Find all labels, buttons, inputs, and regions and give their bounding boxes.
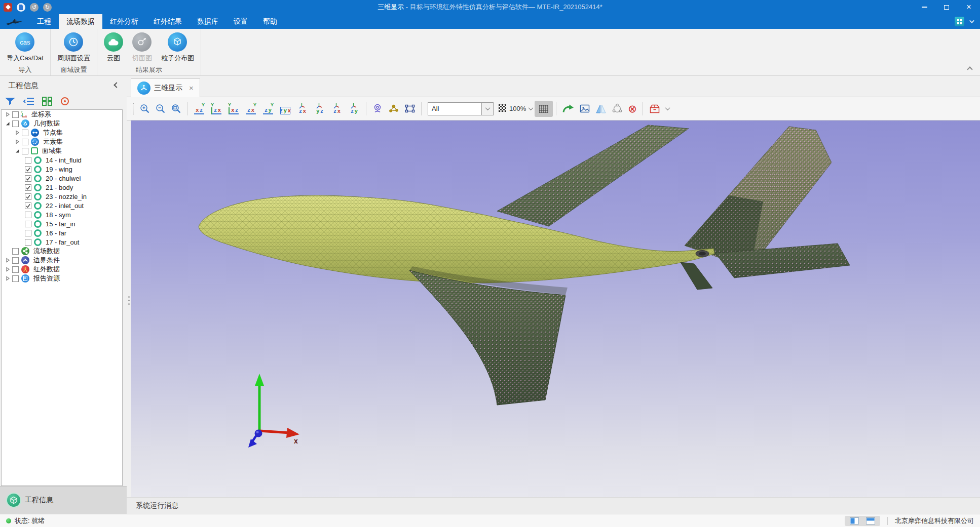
- view-top-button[interactable]: Yzy: [260, 101, 276, 116]
- tree-checkbox[interactable]: [25, 221, 31, 227]
- tree-checkbox[interactable]: [25, 175, 31, 182]
- tree-item[interactable]: 几何数据: [2, 119, 122, 128]
- tree-item[interactable]: 报告资源: [2, 274, 122, 283]
- minimize-button[interactable]: [913, 0, 935, 14]
- close-button[interactable]: ×: [958, 0, 980, 14]
- tree-item[interactable]: 23 - nozzle_in: [2, 192, 122, 201]
- redo-button[interactable]: ↻: [43, 3, 52, 12]
- combo-dropdown-button[interactable]: [481, 103, 493, 115]
- menu-item-3[interactable]: 红外分析: [102, 14, 146, 29]
- tree-item[interactable]: 面域集: [2, 146, 122, 155]
- tree-checkbox[interactable]: [12, 248, 19, 255]
- layout-top-icon[interactable]: [866, 517, 875, 524]
- cancel-button[interactable]: ⊗: [626, 102, 639, 115]
- tree-item[interactable]: 21 - body: [2, 183, 122, 192]
- maximize-button[interactable]: [935, 0, 958, 14]
- tab-close-icon[interactable]: ×: [189, 84, 194, 92]
- tree-collapse-arrow[interactable]: [4, 267, 11, 272]
- particle-display-button[interactable]: [386, 102, 401, 116]
- tree-item[interactable]: 17 - far_out: [2, 237, 122, 247]
- mirror-display-button[interactable]: [593, 102, 609, 115]
- zoom-level-control[interactable]: 100%: [497, 104, 535, 113]
- tree-collapse-arrow[interactable]: [14, 130, 20, 135]
- tree-checkbox[interactable]: [25, 239, 31, 246]
- bounding-box-button[interactable]: [647, 102, 663, 116]
- tree-checkbox[interactable]: [22, 148, 28, 154]
- surface-filter-combobox[interactable]: All: [428, 102, 494, 115]
- app-logo-button[interactable]: [4, 3, 12, 12]
- menu-item-5[interactable]: 数据库: [190, 14, 226, 29]
- filter-icon[interactable]: [4, 96, 16, 106]
- tree-item[interactable]: 20 - chuiwei: [2, 174, 122, 183]
- tree-checkbox[interactable]: [22, 139, 28, 145]
- project-info-bottom-button[interactable]: 工程信息: [0, 486, 127, 514]
- tree-checkbox[interactable]: [12, 120, 19, 127]
- toolbar-drag-handle[interactable]: [131, 103, 134, 114]
- menu-item-7[interactable]: 帮助: [255, 14, 285, 29]
- tree-item[interactable]: 19 - wing: [2, 165, 122, 174]
- render-mode-button[interactable]: [610, 102, 625, 116]
- view-front-button[interactable]: Yxz: [191, 101, 207, 116]
- tree-item[interactable]: 22 - inlet_out: [2, 201, 122, 210]
- tree-expand-arrow[interactable]: [14, 148, 20, 153]
- tree-collapse-arrow[interactable]: [4, 112, 11, 117]
- tree-checkbox[interactable]: [25, 212, 31, 218]
- ribbon-button-cas[interactable]: cas导入Cas/Dat: [2, 31, 48, 64]
- menu-item-1[interactable]: 工程: [29, 14, 59, 29]
- camera-view-button[interactable]: [370, 102, 385, 116]
- menu-item-6[interactable]: 设置: [226, 14, 255, 29]
- tree-item[interactable]: 18 - sym: [2, 210, 122, 219]
- tree-item[interactable]: 节点集: [2, 128, 122, 137]
- tree-item[interactable]: Yzx坐标系: [2, 110, 122, 119]
- ribbon-button-clock[interactable]: 周期面设置: [53, 31, 95, 64]
- zoom-in-button[interactable]: [137, 102, 152, 115]
- tree-item[interactable]: 16 - far: [2, 228, 122, 237]
- zoom-out-button[interactable]: [153, 102, 168, 115]
- tree-checkbox[interactable]: [12, 266, 19, 273]
- tree-collapse-arrow[interactable]: [4, 258, 11, 263]
- tree-checkbox[interactable]: [25, 202, 31, 209]
- tree-item[interactable]: 元素集: [2, 137, 122, 146]
- view-back-button[interactable]: Yzx: [208, 101, 224, 116]
- viewport-3d[interactable]: x: [131, 120, 980, 497]
- ribbon-button-particles[interactable]: 粒子分布图: [157, 31, 199, 64]
- target-icon[interactable]: [59, 96, 70, 107]
- zoom-caret-icon[interactable]: [529, 105, 534, 110]
- tree-item[interactable]: 15 - far_in: [2, 219, 122, 228]
- tree-checkbox[interactable]: [12, 257, 19, 264]
- more-options-caret[interactable]: [664, 105, 671, 112]
- tree-expand-arrow[interactable]: [4, 121, 11, 126]
- view-left-button[interactable]: Yxz: [225, 101, 242, 116]
- layout-split-icon[interactable]: [850, 517, 859, 524]
- tree-checkbox[interactable]: [12, 275, 19, 282]
- ribbon-collapse-button[interactable]: [968, 67, 972, 71]
- viewport-canvas[interactable]: x: [131, 120, 980, 497]
- tree-checkbox[interactable]: [25, 157, 31, 164]
- ribbon-button-slice[interactable]: 切面图: [128, 31, 157, 64]
- menu-item-4[interactable]: 红外结果: [146, 14, 190, 29]
- tree-collapse-arrow[interactable]: [14, 139, 20, 144]
- tab-3d-display[interactable]: 三维显示 ×: [131, 78, 200, 97]
- view-iso-2-button[interactable]: yz: [312, 101, 328, 116]
- view-right-button[interactable]: Yzx: [243, 101, 259, 116]
- tree-checkbox[interactable]: [22, 130, 28, 136]
- mesh-display-toggle[interactable]: [535, 101, 553, 117]
- zoom-fit-button[interactable]: [169, 102, 183, 115]
- new-file-button[interactable]: [17, 3, 25, 12]
- menu-item-2[interactable]: 流场数据: [59, 14, 102, 29]
- view-iso-4-button[interactable]: zy: [346, 101, 362, 116]
- dropdown-caret-icon[interactable]: [969, 18, 974, 23]
- outline-list-icon[interactable]: [23, 96, 35, 106]
- apps-icon[interactable]: [955, 17, 964, 26]
- tree-checkbox[interactable]: [25, 184, 31, 191]
- tree-item[interactable]: 流场数据: [2, 247, 122, 256]
- export-view-button[interactable]: [560, 102, 576, 116]
- tree-checkbox[interactable]: [25, 230, 31, 236]
- tree-checkbox[interactable]: [25, 193, 31, 200]
- tree-item[interactable]: 14 - int_fluid: [2, 155, 122, 165]
- box-select-button[interactable]: [402, 102, 418, 116]
- view-iso-1-button[interactable]: zx: [294, 101, 311, 116]
- panel-collapse-button[interactable]: [115, 83, 119, 87]
- tree-checkbox[interactable]: [12, 111, 19, 118]
- panel-resize-handle[interactable]: [127, 291, 130, 309]
